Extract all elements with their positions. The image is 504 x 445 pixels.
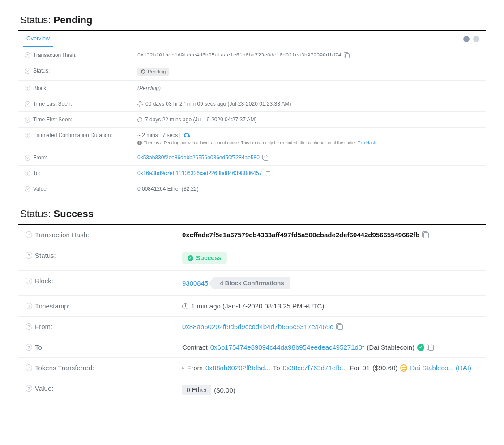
est-conf-duration: ~ 2 mins : 7 secs |	[137, 132, 181, 138]
value-amount: 0.00841264 Ether ($2.22)	[137, 186, 199, 192]
help-icon[interactable]: ?	[26, 303, 32, 309]
time-last-seen-value: 00 days 03 hr 27 min 09 secs ago (Jul-23…	[145, 101, 291, 107]
row-txn-hash: ?Transaction Hash: 0x132b10fbcb1d9fccc4d…	[18, 47, 486, 63]
value-pill: 0 Ether	[182, 385, 211, 395]
to-prefix: Contract	[182, 343, 208, 351]
pending-card: Overview ?Transaction Hash: 0x132b10fbcb…	[18, 30, 486, 197]
help-icon[interactable]: ?	[26, 385, 32, 392]
tokens-to-link[interactable]: 0x38cc7f763d71efb...	[283, 364, 347, 372]
row-txn-hash: ?Transaction Hash: 0xcffade7f5e1a67579cb…	[18, 225, 486, 245]
caret-icon: ▸	[182, 365, 184, 370]
help-icon[interactable]: ?	[26, 344, 32, 351]
block-number-link[interactable]: 9300845	[182, 279, 208, 287]
status-success-heading: Status: Success	[20, 208, 486, 220]
status-badge-pending: Pending	[137, 68, 169, 76]
row-timestamp: ?Timestamp: 1 min ago (Jan-17-2020 08:13…	[18, 295, 486, 316]
row-to: ?To: 0x16a3bd9c7eb11106326cad2263bd84639…	[18, 165, 486, 181]
clock-icon	[137, 117, 142, 122]
status-badge-success: ✓Success	[182, 252, 227, 264]
to-address-link[interactable]: 0x6b175474e89094c44da98b954eedeac495271d…	[210, 343, 364, 351]
txn-hash-value: 0xcffade7f5e1a67579cb4333aff497fd5a500cb…	[182, 231, 419, 239]
help-icon[interactable]: ?	[26, 231, 32, 238]
row-est-conf: ?Estimated Confirmation Duration: ~ 2 mi…	[18, 127, 486, 150]
row-value: ?Value: 0.00841264 Ether ($2.22)	[18, 181, 486, 197]
help-icon[interactable]: ?	[25, 171, 30, 176]
status-pending-heading: Status: Pending	[20, 14, 486, 26]
txn-hash-link[interactable]: Txn Hash	[358, 140, 376, 145]
row-block: ?Block: 9300845 4 Block Confirmations	[18, 270, 486, 295]
from-address-link[interactable]: 0x88ab60202ff9d5d9ccdd4b4d7b656c5317ea46…	[182, 323, 333, 330]
row-from: ?From: 0x53ab330f2ee86debb26556e036ed50f…	[18, 150, 486, 165]
success-card: ?Transaction Hash: 0xcffade7f5e1a67579cb…	[18, 224, 486, 402]
block-confirmations: 4 Block Confirmations	[214, 277, 290, 289]
time-first-seen-value: 7 days 22 mins ago (Jul-16-2020 04:27:37…	[145, 116, 256, 123]
status-dot-icon	[473, 36, 479, 42]
help-icon[interactable]: ?	[25, 117, 30, 123]
info-icon: i	[137, 141, 142, 145]
copy-icon[interactable]	[262, 155, 268, 160]
help-icon[interactable]: ?	[25, 101, 30, 107]
row-time-first-seen: ?Time First Seen: 7 days 22 mins ago (Ju…	[18, 111, 486, 127]
verified-check-icon: ✓	[417, 344, 424, 351]
help-icon[interactable]: ?	[25, 155, 30, 161]
est-conf-note: There is a Pending txn with a lower acco…	[144, 140, 356, 145]
row-time-last-seen: ?Time Last Seen: 00 days 03 hr 27 min 09…	[18, 96, 486, 111]
tokens-usd: ($90.60)	[372, 364, 397, 372]
help-icon[interactable]: ?	[26, 364, 32, 371]
tokens-from-link[interactable]: 0x88ab60202ff9d5d...	[205, 364, 270, 372]
status-dot-icon	[463, 36, 470, 42]
timestamp-value: 1 min ago (Jan-17-2020 08:13:25 PM +UTC)	[191, 302, 324, 310]
gauge-icon	[184, 133, 190, 137]
row-status: ?Status: Pending	[18, 63, 486, 80]
tokens-amount: 91	[363, 364, 370, 372]
help-icon[interactable]: ?	[25, 68, 30, 74]
help-icon[interactable]: ?	[25, 52, 30, 58]
to-address-link[interactable]: 0x16a3bd9c7eb11106326cad2263bd8463980d64…	[137, 170, 262, 176]
copy-icon[interactable]	[422, 231, 429, 238]
spinner-icon	[137, 101, 143, 107]
dai-coin-icon	[400, 364, 407, 372]
row-block: ?Block: (Pending)	[18, 80, 486, 96]
token-symbol-link[interactable]: Dai Stableco... (DAI)	[410, 364, 471, 372]
block-value: (Pending)	[137, 85, 161, 91]
copy-icon[interactable]	[344, 52, 349, 58]
row-from: ?From: 0x88ab60202ff9d5d9ccdd4b4d7b656c5…	[18, 316, 486, 337]
copy-icon[interactable]	[427, 344, 434, 351]
help-icon[interactable]: ?	[26, 278, 32, 284]
help-icon[interactable]: ?	[25, 186, 30, 192]
copy-icon[interactable]	[265, 171, 270, 176]
tab-row: Overview	[18, 31, 486, 47]
row-value: ?Value: 0 Ether ($0.00)	[18, 378, 486, 402]
copy-icon[interactable]	[336, 323, 343, 330]
row-tokens-transferred: ?Tokens Transferred: ▸ From 0x88ab60202f…	[18, 357, 486, 378]
help-icon[interactable]: ?	[26, 252, 32, 259]
help-icon[interactable]: ?	[26, 323, 32, 330]
clock-icon	[182, 303, 188, 309]
row-to: ?To: Contract 0x6b175474e89094c44da98b95…	[18, 337, 486, 357]
gear-icon	[141, 69, 145, 74]
help-icon[interactable]: ?	[25, 133, 30, 138]
help-icon[interactable]: ?	[25, 86, 30, 91]
tab-overview[interactable]: Overview	[23, 31, 53, 47]
to-suffix: (Dai Stablecoin)	[367, 343, 414, 351]
check-circle-icon: ✓	[188, 255, 193, 261]
from-address-link[interactable]: 0x53ab330f2ee86debb26556e036ed50f7284ae5…	[137, 154, 260, 161]
txn-hash-value: 0x132b10fbcb1d9fccc4d6b05afaae1e61b6ba72…	[137, 52, 341, 58]
value-usd: ($0.00)	[214, 386, 235, 394]
row-status: ?Status: ✓Success	[18, 245, 486, 270]
